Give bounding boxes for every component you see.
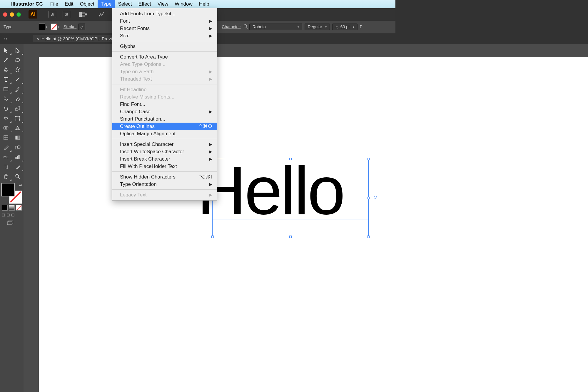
menu-item-glyphs[interactable]: Glyphs: [112, 43, 217, 50]
screen-mode-icon[interactable]: [7, 220, 24, 227]
menu-item-insert-special-character[interactable]: Insert Special Character▶: [112, 141, 217, 148]
shape-builder-tool[interactable]: [0, 123, 12, 133]
column-graph-tool[interactable]: [12, 152, 24, 162]
menu-effect[interactable]: Effect: [135, 0, 154, 8]
tools-panel: ⇄ ◻ ◻ ◻: [0, 44, 24, 264]
slice-tool[interactable]: [12, 162, 24, 171]
font-style-dropdown[interactable]: Regular▾: [305, 24, 330, 30]
svg-rect-35: [17, 156, 18, 159]
resize-handle[interactable]: [367, 236, 370, 238]
menu-item-recent-fonts[interactable]: Recent Fonts▶: [112, 25, 217, 32]
text-out-port-icon[interactable]: [374, 196, 377, 199]
gradient-tool[interactable]: [12, 133, 24, 142]
menu-object[interactable]: Object: [76, 0, 97, 8]
menu-item-find-font[interactable]: Find Font...: [112, 101, 217, 108]
window-controls: [3, 12, 21, 17]
minimize-icon[interactable]: [10, 12, 14, 17]
svg-rect-41: [7, 222, 12, 225]
maximize-icon[interactable]: [16, 12, 21, 17]
hand-tool[interactable]: [0, 171, 12, 181]
character-label[interactable]: Character:: [222, 24, 241, 29]
swap-colors-icon[interactable]: ⇄: [19, 183, 22, 187]
app-name[interactable]: Illustrator CC: [11, 1, 43, 7]
eraser-tool[interactable]: [12, 94, 24, 104]
chevron-down-icon[interactable]: ▾: [46, 25, 47, 29]
artboard-tool[interactable]: [0, 162, 12, 171]
menu-item-create-outlines[interactable]: Create Outlines⇧⌘O: [112, 123, 217, 130]
search-icon[interactable]: [243, 24, 248, 30]
free-transform-tool[interactable]: [12, 113, 24, 123]
curvature-tool[interactable]: [12, 65, 24, 74]
menu-item-size[interactable]: Size▶: [112, 32, 217, 39]
close-icon[interactable]: ×: [36, 36, 39, 41]
zoom-tool[interactable]: [12, 171, 24, 181]
menu-shortcut: ⌥⌘I: [199, 174, 212, 180]
type-tool[interactable]: [0, 74, 12, 84]
resize-handle[interactable]: [289, 158, 292, 160]
fill-color[interactable]: [1, 183, 15, 196]
menu-item-smart-punctuation[interactable]: Smart Punctuation...: [112, 115, 217, 123]
shaper-tool[interactable]: [0, 94, 12, 104]
paragraph-label-trunc[interactable]: P: [360, 24, 363, 29]
draw-modes[interactable]: ◻ ◻ ◻: [2, 212, 24, 217]
line-segment-tool[interactable]: [12, 74, 24, 84]
menu-item-change-case[interactable]: Change Case▶: [112, 108, 217, 115]
resize-handle[interactable]: [367, 158, 370, 160]
rectangle-tool[interactable]: [0, 84, 12, 94]
arrange-documents-icon[interactable]: ▾: [79, 11, 87, 18]
menu-help[interactable]: Help: [196, 0, 213, 8]
menu-edit[interactable]: Edit: [61, 0, 76, 8]
blend-tool[interactable]: [12, 142, 24, 152]
menu-type[interactable]: Type: [98, 0, 115, 8]
pen-tool[interactable]: [0, 65, 12, 74]
resize-handle[interactable]: [289, 236, 292, 238]
menu-item-optical-margin-alignment[interactable]: Optical Margin Alignment: [112, 130, 217, 137]
font-size-stepper[interactable]: ◇ 60 pt▾: [332, 24, 358, 30]
svg-rect-34: [16, 157, 16, 159]
menu-item-show-hidden-characters[interactable]: Show Hidden Characters⌥⌘I: [112, 173, 217, 181]
stock-icon[interactable]: St: [63, 11, 70, 18]
direct-selection-tool[interactable]: [12, 45, 24, 55]
fill-stroke-colors[interactable]: ⇄: [1, 183, 22, 204]
font-family-dropdown[interactable]: Roboto▾: [249, 24, 302, 30]
selection-tool[interactable]: [0, 45, 12, 55]
magic-wand-tool[interactable]: [0, 55, 12, 65]
menu-item-fill-with-placeholder-text[interactable]: Fill With PlaceHolder Text: [112, 163, 217, 170]
menu-window[interactable]: Window: [171, 0, 196, 8]
menu-item-type-orientation[interactable]: Type Orientation▶: [112, 181, 217, 188]
gradient-mode-icon[interactable]: [9, 205, 15, 211]
perspective-grid-tool[interactable]: [12, 123, 24, 133]
resize-handle[interactable]: [367, 197, 370, 199]
stroke-weight-stepper[interactable]: ◇: [78, 24, 85, 30]
mesh-tool[interactable]: [0, 133, 12, 142]
macos-menubar: Illustrator CC FileEditObjectTypeSelectE…: [0, 0, 395, 8]
scale-tool[interactable]: [12, 104, 24, 113]
lasso-tool[interactable]: [12, 55, 24, 65]
width-tool[interactable]: [0, 113, 12, 123]
menu-item-font[interactable]: Font▶: [112, 17, 217, 25]
chevron-down-icon[interactable]: ▾: [58, 25, 59, 29]
fill-swatch[interactable]: [39, 24, 45, 30]
svg-rect-1: [82, 12, 85, 14]
symbol-sprayer-tool[interactable]: [0, 152, 12, 162]
menu-item-insert-break-character[interactable]: Insert Break Character▶: [112, 155, 217, 163]
stroke-swatch[interactable]: [51, 24, 57, 30]
resize-handle[interactable]: [211, 236, 214, 238]
none-mode-icon[interactable]: [16, 205, 22, 211]
menu-item-insert-whitespace-character[interactable]: Insert WhiteSpace Character▶: [112, 148, 217, 155]
paintbrush-tool[interactable]: [12, 84, 24, 94]
rotate-tool[interactable]: [0, 104, 12, 113]
menu-select[interactable]: Select: [115, 0, 135, 8]
color-mode-icon[interactable]: [2, 205, 8, 211]
submenu-arrow-icon: ▶: [209, 142, 212, 146]
collapse-panels-icon[interactable]: ◂◂: [4, 37, 7, 41]
menu-item-add-fonts-from-typekit[interactable]: Add Fonts from Typekit...: [112, 10, 217, 17]
close-icon[interactable]: [3, 12, 7, 17]
menu-file[interactable]: File: [47, 0, 61, 8]
menu-view[interactable]: View: [154, 0, 172, 8]
gpu-performance-icon[interactable]: [97, 11, 106, 18]
bridge-icon[interactable]: Br: [49, 11, 56, 18]
menu-item-convert-to-area-type[interactable]: Convert To Area Type: [112, 53, 217, 61]
eyedropper-tool[interactable]: [0, 142, 12, 152]
document-tab[interactable]: × Hello.ai @ 300% (CMYK/GPU Preview): [33, 35, 122, 42]
